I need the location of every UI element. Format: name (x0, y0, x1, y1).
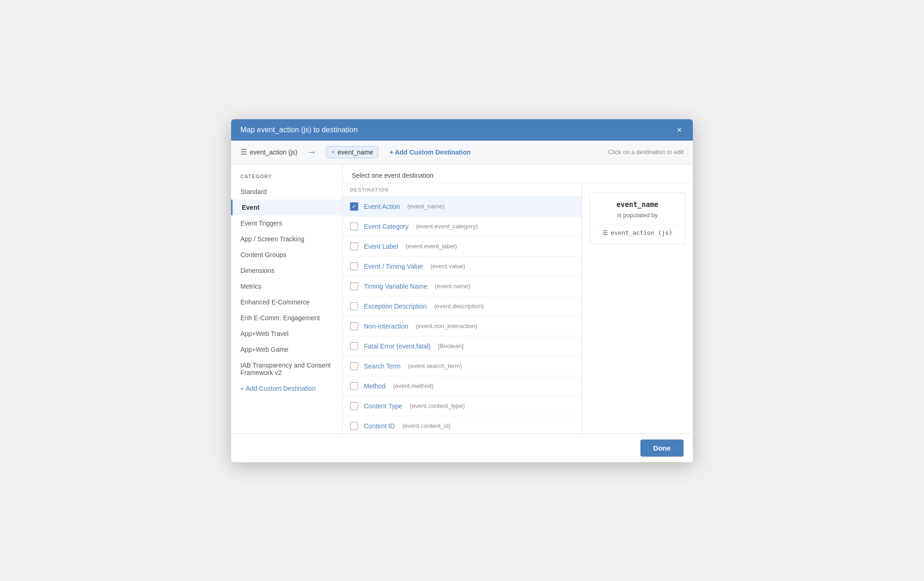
destination-row-4[interactable]: Timing Variable Name(event.name) (342, 277, 582, 297)
dest-name-4: Timing Variable Name (364, 283, 427, 290)
dest-checkbox-4[interactable] (350, 282, 358, 290)
dest-name-3: Event / Timing Value (364, 263, 423, 270)
destination-row-0[interactable]: Event Action(event_name) (342, 197, 582, 217)
dest-checkbox-10[interactable] (350, 402, 358, 410)
dest-checkbox-8[interactable] (350, 362, 358, 370)
source-name: event_action (js) (250, 148, 297, 156)
dest-key-8: (event.search_term) (408, 362, 462, 369)
sidebar-item-6[interactable]: Metrics (231, 278, 342, 294)
dest-checkbox-3[interactable] (350, 262, 358, 271)
dest-key-5: (event.description) (434, 303, 484, 310)
dest-name-0: Event Action (364, 203, 400, 210)
info-populated-by: is populated by (597, 212, 678, 219)
info-source-name: event_action (js) (611, 229, 672, 236)
dest-key-6: (event.non_interaction) (416, 323, 478, 329)
dest-name-1: Event Category (364, 223, 409, 230)
modal-footer: Done (231, 433, 693, 462)
destination-row-5[interactable]: Exception Description(event.description) (342, 297, 582, 316)
sidebar-item-2[interactable]: Event Triggers (231, 215, 342, 231)
table-header: DESTINATION (342, 183, 582, 197)
destination-row-3[interactable]: Event / Timing Value(event.value) (342, 257, 582, 277)
info-card: event_name is populated by ☰ event_actio… (589, 193, 685, 244)
dest-checkbox-0[interactable] (350, 202, 358, 211)
sidebar-item-1[interactable]: Event (231, 200, 342, 215)
dest-checkbox-1[interactable] (350, 222, 358, 231)
destination-row-1[interactable]: Event Category(event.event_category) (342, 217, 582, 237)
done-button[interactable]: Done (640, 439, 684, 457)
dest-key-0: (event_name) (407, 203, 445, 210)
dest-checkbox-2[interactable] (350, 242, 358, 251)
main-content: DESTINATION Event Action(event_name)Even… (342, 183, 693, 433)
sidebar-item-5[interactable]: Dimensions (231, 263, 342, 278)
arrow-icon: → (307, 146, 317, 158)
dest-name-6: Non-Interaction (364, 323, 408, 330)
dest-key-1: (event.event_category) (416, 223, 478, 230)
dest-name-11: Content ID (364, 422, 395, 430)
sidebar-item-0[interactable]: Standard (231, 184, 342, 200)
sidebar-item-8[interactable]: Enh E-Comm: Engagement (231, 310, 342, 326)
destination-row-10[interactable]: Content Type(event.content_type) (342, 396, 582, 416)
info-source: ☰ event_action (js) (597, 229, 678, 236)
source-icon: ☰ (240, 148, 247, 156)
chip-dest-name: event_name (337, 148, 373, 156)
dest-checkbox-6[interactable] (350, 322, 358, 330)
dest-name-10: Content Type (364, 402, 402, 410)
main-panel: Select one event destination DESTINATION… (342, 164, 693, 433)
top-bar: ☰ event_action (js) → × event_name + Add… (231, 141, 693, 164)
dest-key-10: (event.content_type) (410, 402, 465, 409)
dest-checkbox-9[interactable] (350, 382, 358, 390)
add-custom-destination-button[interactable]: + Add Custom Destination (386, 147, 474, 158)
dest-checkbox-11[interactable] (350, 422, 358, 430)
sidebar-item-10[interactable]: App+Web Game (231, 342, 342, 357)
sidebar-item-7[interactable]: Enhanced E-Commerce (231, 294, 342, 310)
click-hint: Click on a destination to edit (608, 148, 684, 155)
info-source-icon: ☰ (602, 229, 608, 236)
category-label: CATEGORY (231, 174, 342, 184)
sidebar-item-11[interactable]: IAB Transparency and Consent Framework v… (231, 357, 342, 381)
dest-name-2: Event Label (364, 243, 398, 250)
destination-list: DESTINATION Event Action(event_name)Even… (342, 183, 582, 433)
modal-body: CATEGORY StandardEventEvent TriggersApp … (231, 164, 693, 433)
dest-name-9: Method (364, 382, 386, 390)
destination-row-11[interactable]: Content ID(event.content_id) (342, 416, 582, 433)
sidebar-item-4[interactable]: Content Groups (231, 247, 342, 263)
dest-name-7: Fatal Error (event.fatal) (364, 342, 431, 350)
destination-row-6[interactable]: Non-Interaction(event.non_interaction) (342, 316, 582, 336)
dest-checkbox-7[interactable] (350, 342, 358, 350)
close-button[interactable]: × (675, 126, 684, 134)
sidebar-add-custom[interactable]: + Add Custom Destination (231, 381, 342, 396)
destination-row-8[interactable]: Search Term(event.search_term) (342, 356, 582, 376)
dest-key-4: (event.name) (435, 283, 471, 290)
sidebar: CATEGORY StandardEventEvent TriggersApp … (231, 164, 342, 433)
dest-key-7: [Boolean] (438, 342, 464, 349)
dest-checkbox-5[interactable] (350, 302, 358, 310)
info-dest-name: event_name (597, 200, 678, 209)
destination-row-7[interactable]: Fatal Error (event.fatal)[Boolean] (342, 336, 582, 356)
source-chip: ☰ event_action (js) (240, 148, 297, 156)
dest-key-2: (event.event_label) (406, 243, 457, 250)
destination-chip[interactable]: × event_name (326, 146, 379, 158)
select-label: Select one event destination (342, 164, 693, 183)
dest-key-11: (event.content_id) (402, 422, 451, 429)
sidebar-item-3[interactable]: App / Screen Tracking (231, 231, 342, 247)
destination-row-9[interactable]: Method(event.method) (342, 376, 582, 396)
modal-header: Map event_action (js) to destination × (231, 119, 693, 141)
dest-name-8: Search Term (364, 362, 401, 370)
modal: Map event_action (js) to destination × ☰… (231, 119, 693, 462)
modal-title: Map event_action (js) to destination (240, 126, 358, 134)
dest-key-9: (event.method) (393, 382, 433, 389)
sidebar-item-9[interactable]: App+Web Travel (231, 326, 342, 342)
info-panel: event_name is populated by ☰ event_actio… (582, 183, 693, 433)
dest-key-3: (event.value) (430, 263, 465, 270)
destination-row-2[interactable]: Event Label(event.event_label) (342, 237, 582, 257)
dest-name-5: Exception Description (364, 303, 426, 310)
chip-close-icon[interactable]: × (331, 148, 335, 155)
